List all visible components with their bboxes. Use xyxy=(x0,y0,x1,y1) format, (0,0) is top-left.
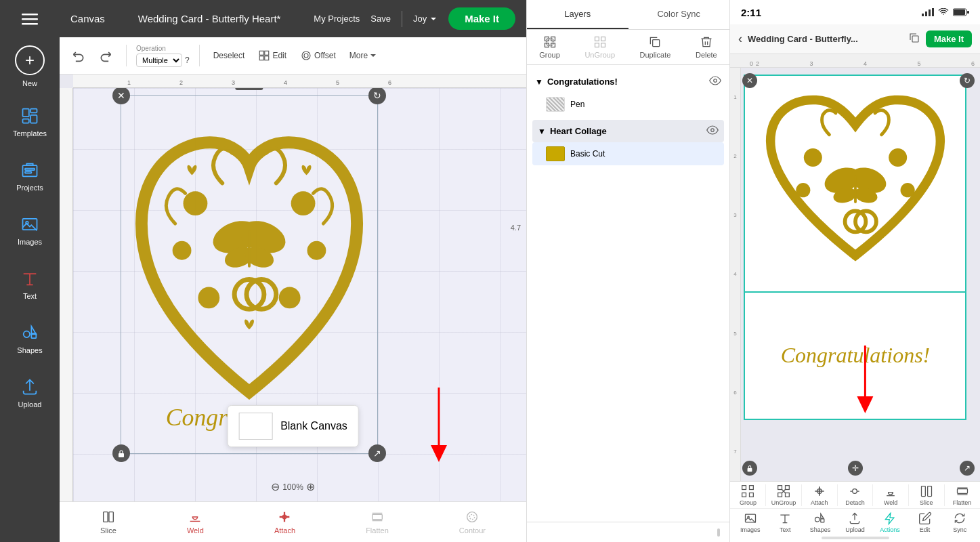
tab-layers[interactable]: Layers xyxy=(527,0,629,29)
rp-slice-tool[interactable]: Slice xyxy=(914,484,939,506)
svg-rect-20 xyxy=(119,453,124,457)
layer-group-header-heart-collage[interactable]: ▼ Heart Collage xyxy=(532,120,724,142)
rp-sync-tool[interactable]: Sync xyxy=(947,512,973,533)
operation-help-button[interactable]: ? xyxy=(185,56,190,65)
design-container[interactable]: 3.75" ✕ ↻ ↗ xyxy=(121,95,378,454)
rotate-handle[interactable]: ↻ xyxy=(960,73,975,88)
rp-group-icon xyxy=(741,484,754,498)
svg-point-26 xyxy=(184,191,208,215)
layer-group-header-congratulations[interactable]: ▼ Congratulations! xyxy=(532,70,724,93)
rp-edit-label: Edit xyxy=(920,526,931,533)
rp-images-tool[interactable]: Images xyxy=(738,512,763,533)
svg-point-12 xyxy=(24,331,30,337)
group-action[interactable]: Group xyxy=(539,35,560,59)
sidebar-item-images[interactable]: Images xyxy=(0,203,60,257)
flatten-tool[interactable]: Flatten xyxy=(359,507,396,537)
eye-icon-group1[interactable] xyxy=(709,75,721,89)
duplicate-action[interactable]: Duplicate xyxy=(640,35,671,59)
templates-icon xyxy=(20,106,39,125)
ungroup-action[interactable]: UnGroup xyxy=(584,35,615,59)
workspace: 1 2 3 4 5 6 3.75" ✕ ↻ ↗ xyxy=(60,75,526,501)
copy-panel-button[interactable] xyxy=(908,32,920,46)
user-menu-button[interactable]: Joy xyxy=(413,14,438,24)
signal-icon xyxy=(922,8,934,16)
rp-flatten-icon xyxy=(956,484,969,498)
svg-rect-56 xyxy=(932,8,934,16)
rp-divider-3 xyxy=(837,484,838,506)
save-button[interactable]: Save xyxy=(370,14,391,24)
sidebar-item-templates[interactable]: Templates xyxy=(0,95,60,149)
rp-actions-tool[interactable]: Actions xyxy=(877,512,903,533)
offset-button[interactable]: Offset xyxy=(296,47,340,64)
rp-ungroup-tool[interactable]: UnGroup xyxy=(771,484,796,506)
rp-detach-tool[interactable]: Detach xyxy=(842,484,868,506)
slice-label: Slice xyxy=(100,526,116,535)
eye-icon-group2[interactable] xyxy=(706,124,719,138)
slice-tool[interactable]: Slice xyxy=(93,507,123,537)
rp-attach-tool[interactable]: Attach xyxy=(807,484,832,506)
weld-label: Weld xyxy=(187,526,204,535)
zoom-increase-button[interactable]: ⊕ xyxy=(306,480,315,493)
svg-rect-79 xyxy=(750,493,754,497)
svg-rect-38 xyxy=(109,512,113,522)
sidebar-item-text[interactable]: Text xyxy=(0,257,60,312)
undo-button[interactable] xyxy=(68,46,89,65)
close-button[interactable]: ✕ xyxy=(742,73,757,88)
more-button[interactable]: More xyxy=(345,48,381,63)
redo-button[interactable] xyxy=(95,46,116,65)
rp-group-tool[interactable]: Group xyxy=(735,484,761,506)
svg-rect-60 xyxy=(912,36,918,42)
svg-rect-48 xyxy=(601,43,605,47)
blank-canvas-popup[interactable]: Blank Canvas xyxy=(227,405,359,447)
hamburger-menu[interactable] xyxy=(0,0,60,37)
position-handle[interactable]: ✛ xyxy=(848,461,863,476)
tab-color-sync[interactable]: Color Sync xyxy=(629,0,730,29)
sidebar-item-projects[interactable]: Projects xyxy=(0,149,60,203)
svg-rect-88 xyxy=(957,488,967,493)
user-name: Joy xyxy=(413,14,427,24)
layers-tabs: Layers Color Sync xyxy=(527,0,729,30)
layer-item-pen[interactable]: Pen xyxy=(532,93,724,116)
ungroup-icon xyxy=(593,35,607,49)
svg-rect-49 xyxy=(653,40,660,47)
rp-flatten-label: Flatten xyxy=(953,499,972,506)
rp-edit-tool[interactable]: Edit xyxy=(912,512,938,533)
rp-flatten-tool[interactable]: Flatten xyxy=(950,484,975,506)
lock-handle[interactable] xyxy=(742,461,757,476)
right-design-top xyxy=(745,76,965,293)
back-button[interactable]: ‹ xyxy=(738,32,742,46)
sidebar: + New Templates Projects Images xyxy=(0,0,60,542)
attach-tool[interactable]: Attach xyxy=(268,507,302,537)
handle-top-right[interactable]: ↻ xyxy=(368,87,386,104)
delete-action[interactable]: Delete xyxy=(696,35,717,59)
svg-point-85 xyxy=(853,488,857,493)
rp-weld-tool[interactable]: Weld xyxy=(878,484,903,506)
deselect-button[interactable]: Deselect xyxy=(209,48,249,63)
operation-select[interactable]: Multiple xyxy=(136,54,182,67)
sidebar-item-upload[interactable]: Upload xyxy=(0,366,60,420)
resize-handle[interactable]: ↗ xyxy=(960,461,975,476)
toolbar-separator-1 xyxy=(126,45,127,66)
zoom-level: 100% xyxy=(282,482,303,492)
svg-point-30 xyxy=(198,287,219,308)
sidebar-item-shapes[interactable]: Shapes xyxy=(0,312,60,366)
contour-tool[interactable]: Contour xyxy=(452,507,492,537)
handle-bottom-right[interactable]: ↗ xyxy=(368,444,386,462)
svg-rect-76 xyxy=(742,485,746,489)
right-make-it-button[interactable]: Make It xyxy=(926,30,972,47)
svg-rect-82 xyxy=(778,493,782,497)
make-it-button[interactable]: Make It xyxy=(448,7,515,30)
zoom-decrease-button[interactable]: ⊖ xyxy=(271,480,280,493)
sidebar-item-new[interactable]: + New xyxy=(0,37,60,95)
bottom-toolbar: Slice Weld Attach Flatten xyxy=(60,501,526,542)
rp-upload-tool[interactable]: Upload xyxy=(842,512,868,533)
edit-button[interactable]: Edit xyxy=(254,47,291,64)
canvas-area[interactable]: 1 2 3 4 5 6 3.75" ✕ ↻ ↗ xyxy=(60,75,526,501)
my-projects-button[interactable]: My Projects xyxy=(314,14,360,24)
rp-actions-label: Actions xyxy=(880,526,900,533)
ungroup-label: UnGroup xyxy=(584,51,615,59)
layer-item-basic-cut[interactable]: Basic Cut xyxy=(532,142,724,165)
weld-tool[interactable]: Weld xyxy=(180,507,211,537)
rp-shapes-tool[interactable]: Shapes xyxy=(807,512,833,533)
rp-text-tool[interactable]: Text xyxy=(772,512,798,533)
